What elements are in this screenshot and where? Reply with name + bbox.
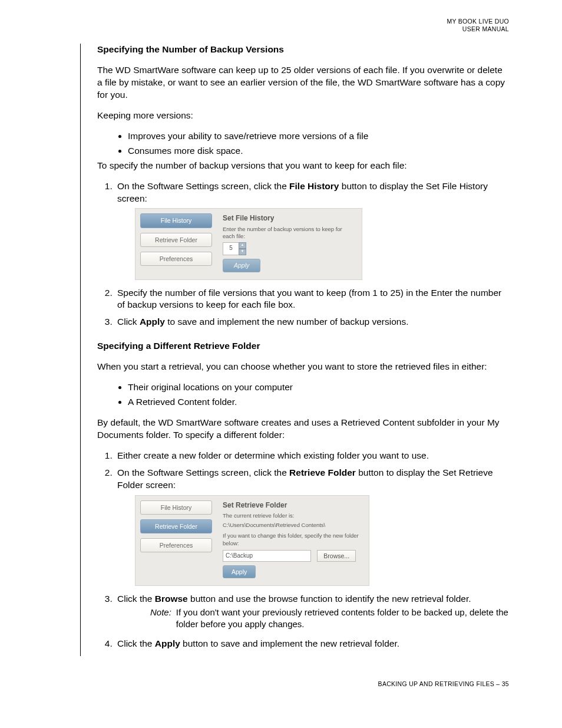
file-history-tab[interactable]: File History [140, 500, 212, 515]
header-line1: MY BOOK LIVE DUO [447, 18, 509, 25]
mock2-line1: The current retrieve folder is: [223, 512, 363, 519]
spinner-down-icon[interactable]: ▼ [239, 249, 246, 255]
section1-step3: Click Apply to save and implement the ne… [115, 316, 509, 328]
header-line2: USER MANUAL [462, 25, 509, 32]
section2-bullet2: A Retrieved Content folder. [128, 396, 509, 409]
section2-p1: When you start a retrieval, you can choo… [97, 361, 509, 373]
section2-heading: Specifying a Different Retrieve Folder [97, 340, 509, 353]
note-label: Note: [150, 607, 171, 631]
section1-step1: On the Software Settings screen, click t… [115, 180, 509, 280]
section1-step2: Specify the number of file versions that… [115, 287, 509, 312]
left-margin-rule [80, 44, 81, 655]
section1-bullet2: Consumes more disk space. [128, 145, 509, 157]
versions-spinner[interactable]: 5 ▲ ▼ [223, 242, 246, 255]
file-history-tab[interactable]: File History [140, 213, 212, 228]
spinner-up-icon[interactable]: ▲ [239, 242, 246, 249]
section2-step4: Click the Apply button to save and imple… [115, 638, 509, 650]
preferences-tab[interactable]: Preferences [140, 252, 212, 266]
section1-heading: Specifying the Number of Backup Versions [97, 44, 509, 56]
main-content: Specifying the Number of Backup Versions… [97, 44, 509, 655]
section1-p2: Keeping more versions: [97, 110, 509, 122]
retrieve-folder-tab[interactable]: Retrieve Folder [140, 233, 212, 247]
mock1-instruction: Enter the number of backup versions to k… [223, 226, 356, 241]
page-footer: BACKING UP AND RETRIEVING FILES – 35 [53, 680, 509, 688]
mock2-line3: If you want to change this folder, speci… [223, 532, 363, 547]
retrieve-folder-tab[interactable]: Retrieve Folder [140, 519, 212, 533]
folder-path-input[interactable]: C:\Backup [223, 550, 311, 562]
section1-p3: To specify the number of backup versions… [97, 160, 509, 172]
versions-input[interactable]: 5 [223, 242, 239, 255]
set-file-history-screenshot: File History Retrieve Folder Preferences… [135, 208, 362, 279]
section1-bullet1: Improves your ability to save/retrieve m… [128, 130, 509, 143]
set-retrieve-folder-screenshot: File History Retrieve Folder Preferences… [135, 495, 369, 587]
apply-button[interactable]: Apply [223, 259, 260, 272]
section2-p2: By default, the WD SmartWare software cr… [97, 417, 509, 442]
page-header: MY BOOK LIVE DUO USER MANUAL [53, 18, 509, 33]
apply-button[interactable]: Apply [223, 565, 256, 578]
browse-button[interactable]: Browse... [317, 550, 356, 562]
mock1-title: Set File History [223, 213, 356, 223]
mock2-title: Set Retrieve Folder [223, 500, 363, 510]
section2-step2: On the Software Settings screen, click t… [115, 467, 509, 587]
section2-step1: Either create a new folder or determine … [115, 450, 509, 462]
section1-p1: The WD SmartWare software can keep up to… [97, 64, 509, 101]
mock2-current-path: C:\Users\Documents\Retrieved Contents\ [223, 522, 363, 529]
section2-step3: Click the Browse button and use the brow… [115, 593, 509, 630]
note-body: If you don't want your previously retrie… [176, 607, 509, 631]
section2-bullet1: Their original locations on your compute… [128, 381, 509, 394]
preferences-tab[interactable]: Preferences [140, 538, 212, 552]
